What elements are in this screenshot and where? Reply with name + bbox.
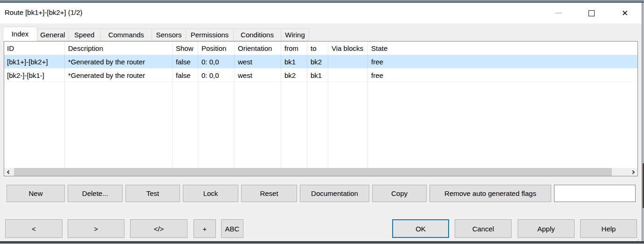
- test-button[interactable]: Test: [125, 185, 180, 202]
- close-icon: ✕: [622, 9, 628, 17]
- tab-speed[interactable]: Speed: [68, 28, 101, 41]
- column-header-from[interactable]: from: [281, 42, 307, 55]
- background-window-bottom-edge: [0, 241, 644, 244]
- column-header-state[interactable]: State: [367, 42, 637, 55]
- tab-index[interactable]: Index: [3, 27, 37, 41]
- chevron-right-icon: [631, 170, 635, 174]
- cell-to: bk1: [307, 69, 328, 82]
- apply-button[interactable]: Apply: [518, 219, 575, 238]
- column-divider: [281, 42, 281, 168]
- table-row-selected[interactable]: [bk1+]-[bk2+] *Generated by the router f…: [4, 55, 637, 69]
- help-button[interactable]: Help: [580, 219, 637, 238]
- abc-button[interactable]: ABC: [221, 219, 243, 238]
- scrollbar-thumb[interactable]: [14, 168, 612, 176]
- bottom-edge-line: [0, 241, 644, 243]
- lock-button[interactable]: Lock: [183, 185, 238, 202]
- window-title: Route [bk1+]-[bk2+] (1/2): [5, 8, 83, 16]
- cell-orientation: west: [234, 55, 281, 68]
- cell-show: false: [172, 69, 198, 82]
- cancel-button[interactable]: Cancel: [455, 219, 512, 238]
- column-divider: [328, 42, 328, 168]
- cell-show: false: [172, 55, 198, 68]
- cell-id: [bk2-]-[bk1-]: [4, 69, 64, 82]
- tab-conditions[interactable]: Conditions: [233, 28, 281, 41]
- scroll-right-button[interactable]: [629, 168, 637, 176]
- cell-via-blocks: [328, 69, 367, 82]
- reset-button[interactable]: Reset: [241, 185, 297, 202]
- minimize-button[interactable]: [551, 7, 566, 20]
- horizontal-scrollbar[interactable]: [4, 168, 637, 176]
- column-header-show[interactable]: Show: [172, 42, 198, 55]
- cell-position: 0: 0,0: [198, 55, 234, 68]
- table-header-row: ID Description Show Position Orientation…: [4, 42, 637, 55]
- maximize-button[interactable]: [584, 7, 599, 20]
- delete-button[interactable]: Delete...: [68, 185, 123, 202]
- scroll-left-button[interactable]: [4, 168, 13, 176]
- routes-table: ID Description Show Position Orientation…: [4, 41, 638, 176]
- column-header-via-blocks[interactable]: Via blocks: [328, 42, 367, 55]
- column-divider: [234, 42, 235, 168]
- column-header-position[interactable]: Position: [198, 42, 234, 55]
- background-window-right-edge: [642, 3, 644, 241]
- ok-button[interactable]: OK: [392, 219, 449, 238]
- column-divider: [172, 42, 173, 168]
- next-route-button[interactable]: >: [68, 219, 125, 238]
- column-divider: [198, 42, 198, 168]
- column-divider: [367, 42, 368, 168]
- tab-permissions[interactable]: Permissions: [186, 28, 234, 41]
- action-button-row: New Delete... Test Lock Reset Documentat…: [7, 185, 636, 202]
- column-header-description[interactable]: Description: [64, 42, 172, 55]
- cell-to: bk2: [307, 55, 328, 68]
- cell-description: *Generated by the router: [64, 55, 172, 68]
- maximize-icon: [589, 10, 595, 16]
- plus-button[interactable]: +: [194, 219, 216, 238]
- previous-route-button[interactable]: <: [5, 219, 62, 238]
- tab-wiring[interactable]: Wiring: [281, 28, 309, 41]
- column-header-to[interactable]: to: [307, 42, 328, 55]
- filter-input[interactable]: [554, 185, 636, 202]
- new-button[interactable]: New: [7, 185, 65, 202]
- cell-from: bk1: [281, 55, 307, 68]
- close-button[interactable]: ✕: [617, 7, 632, 20]
- column-header-id[interactable]: ID: [4, 42, 64, 55]
- column-header-orientation[interactable]: Orientation: [234, 42, 281, 55]
- tab-commands[interactable]: Commands: [100, 28, 152, 41]
- chevron-left-icon: [7, 170, 11, 174]
- cell-via-blocks: [328, 55, 367, 68]
- cell-from: bk2: [281, 69, 307, 82]
- xml-view-button[interactable]: </>: [130, 219, 187, 238]
- titlebar: Route [bk1+]-[bk2+] (1/2) ✕: [0, 3, 642, 23]
- tab-general[interactable]: General: [37, 28, 69, 41]
- column-divider: [307, 42, 307, 168]
- cell-state: free: [367, 69, 637, 82]
- cell-orientation: west: [234, 69, 281, 82]
- route-dialog-window: Route [bk1+]-[bk2+] (1/2) ✕ Index Genera…: [0, 3, 642, 241]
- tab-bar: Index General Speed Commands Sensors Per…: [3, 23, 309, 41]
- cell-position: 0: 0,0: [198, 69, 234, 82]
- cell-state: free: [367, 55, 637, 68]
- cell-description: *Generated by the router: [64, 69, 172, 82]
- remove-auto-generated-flags-button[interactable]: Remove auto generated flags: [429, 185, 551, 202]
- column-divider: [64, 42, 65, 168]
- copy-button[interactable]: Copy: [372, 185, 427, 202]
- tab-sensors[interactable]: Sensors: [152, 28, 186, 41]
- documentation-button[interactable]: Documentation: [300, 185, 369, 202]
- table-row[interactable]: [bk2-]-[bk1-] *Generated by the router f…: [4, 69, 637, 82]
- minimize-icon: [555, 13, 562, 14]
- screen: Route [bk1+]-[bk2+] (1/2) ✕ Index Genera…: [0, 0, 644, 244]
- cell-id: [bk1+]-[bk2+]: [4, 55, 64, 68]
